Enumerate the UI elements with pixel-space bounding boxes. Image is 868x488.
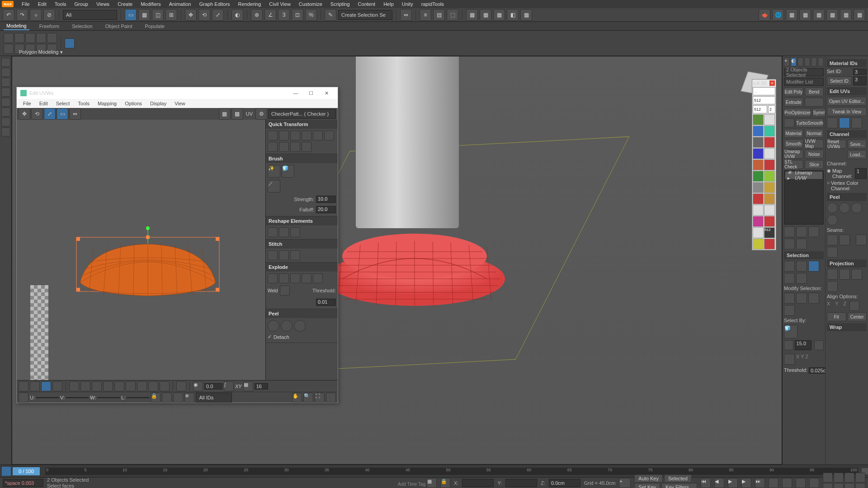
script-val1[interactable]: 512 [753, 96, 775, 104]
uv-mirror-button[interactable]: ⇔ [69, 108, 81, 120]
reshape-btn[interactable] [290, 227, 300, 237]
script-btn[interactable] [753, 193, 764, 204]
tab-modeling[interactable]: Modeling [4, 22, 29, 30]
snap-button[interactable]: ⊕ [251, 9, 263, 21]
addtime-label[interactable]: Add Time Tag [398, 482, 425, 487]
selby-btn[interactable] [784, 340, 793, 350]
resetuv-button[interactable]: Reset UVWs [827, 140, 846, 149]
axis-btn[interactable] [784, 354, 795, 365]
left-tool[interactable] [1, 117, 10, 127]
script-val2[interactable]: 512 [753, 105, 767, 113]
close-icon[interactable]: × [769, 80, 775, 86]
editpoly-button[interactable]: Edit Poly [784, 87, 803, 96]
script-btn[interactable] [764, 205, 775, 216]
spinner-snap-button[interactable]: ⊡ [292, 9, 303, 21]
align-btn[interactable] [849, 301, 859, 311]
menu-help[interactable]: Help [380, 0, 397, 8]
w-input[interactable] [97, 397, 120, 398]
angle-snap-button[interactable]: ∠ [264, 9, 276, 21]
ribbon-btn[interactable] [36, 33, 46, 43]
xyz-buttons[interactable]: X Y Z [827, 301, 848, 311]
minimize-button[interactable]: — [288, 88, 303, 98]
left-tool[interactable] [1, 108, 10, 117]
turbosmooth-button[interactable]: TurboSmooth [796, 118, 824, 127]
viewnav-btn[interactable] [834, 473, 844, 483]
uvwmap-button[interactable]: UVW Map [805, 139, 824, 148]
uv-scale-button[interactable]: ⤢ [44, 108, 56, 120]
script-btn[interactable] [764, 160, 775, 170]
qt-btn[interactable] [302, 142, 311, 152]
trash-icon[interactable] [784, 239, 795, 249]
stitch-btn[interactable] [290, 250, 300, 260]
uv-btn[interactable] [176, 381, 186, 391]
modify-tab[interactable]: ◐ [791, 57, 797, 66]
uv-btn[interactable] [80, 381, 90, 391]
selection-header[interactable]: Selection [784, 251, 824, 259]
explode-btn[interactable] [290, 273, 300, 283]
uv-btn[interactable]: ∫ [224, 381, 234, 391]
render-button[interactable]: ▦ [520, 9, 532, 21]
nav-btn[interactable] [809, 478, 819, 488]
script-btn[interactable]: 512 [764, 227, 775, 238]
add-icon[interactable]: + [619, 478, 631, 488]
menu-create[interactable]: Create [114, 0, 136, 8]
sel-edge[interactable] [796, 261, 807, 272]
peel-header[interactable]: Peel [827, 193, 867, 201]
unwrapuvw-button[interactable]: Unwrap UVW [784, 150, 803, 159]
explode-btn[interactable] [313, 273, 323, 283]
rotate-button[interactable]: ⟲ [198, 9, 210, 21]
window-crossing-button[interactable]: ⊞ [165, 9, 177, 21]
brush-btn[interactable]: ✨ [268, 165, 280, 178]
uv-face-mode[interactable] [41, 381, 51, 391]
script-btn[interactable] [753, 216, 764, 227]
named-sel-dropdown[interactable]: Create Selection Se [338, 10, 392, 20]
globe-icon[interactable]: 🌐 [772, 9, 784, 21]
teapot-icon[interactable]: 🫖 [759, 9, 770, 21]
explode-btn[interactable] [302, 273, 311, 283]
hierarchy-tab[interactable] [797, 57, 803, 66]
left-tool[interactable] [1, 68, 10, 77]
uv-btn[interactable] [326, 393, 336, 403]
peel-btn[interactable] [827, 215, 838, 225]
align-button[interactable]: ≡ [420, 9, 431, 21]
viewnav-btn[interactable] [823, 483, 833, 488]
uv-menu-mapping[interactable]: Mapping [94, 100, 120, 107]
script-btn[interactable] [764, 239, 775, 249]
strength-input[interactable]: 10.0 [316, 196, 336, 203]
extrude-button[interactable]: Extrude [784, 98, 803, 107]
uv-btn[interactable]: ▦ [243, 381, 253, 391]
uv-snap-icon[interactable]: ❄ [184, 393, 194, 403]
refcoord-button[interactable]: ◐ [231, 9, 243, 21]
uv-menu-view[interactable]: View [171, 100, 189, 107]
uv-options-icon[interactable]: ⚙ [255, 108, 267, 120]
normal-button[interactable]: Normal [805, 129, 824, 138]
uv-pan-icon[interactable]: ✋ [292, 393, 302, 403]
selectid-value[interactable]: 3 [853, 76, 867, 85]
edituvs-header[interactable]: Edit UVs [827, 87, 867, 95]
show-icon[interactable] [808, 226, 819, 237]
menu-modifiers[interactable]: Modifiers [137, 0, 165, 8]
script-listener[interactable]: *space 0.003 [3, 479, 43, 487]
menu-unity[interactable]: Unity [398, 0, 417, 8]
uv-btn[interactable] [173, 393, 183, 403]
y-input[interactable] [505, 479, 537, 487]
render-setup-button[interactable]: ▦ [493, 9, 505, 21]
uv-menu-select[interactable]: Select [52, 100, 74, 107]
stitch-btn[interactable] [279, 250, 289, 260]
tab-freeform[interactable]: Freeform [37, 23, 62, 30]
qt-btn[interactable] [302, 131, 311, 141]
script-btn[interactable] [764, 148, 775, 159]
sec-brush[interactable]: Brush [266, 154, 338, 163]
mapch-value[interactable]: 1 [855, 168, 867, 179]
sec-stitch[interactable]: Stitch [266, 239, 338, 249]
u-input[interactable] [36, 397, 59, 398]
uv-btn[interactable] [114, 381, 124, 391]
ribbon-toggle[interactable] [65, 38, 75, 48]
sel-opt[interactable] [796, 273, 807, 284]
proj-sphere[interactable] [851, 269, 862, 280]
uv-btn[interactable] [126, 381, 136, 391]
seam-btn[interactable] [856, 235, 867, 245]
viewnav-btn[interactable] [834, 483, 844, 488]
maximize-button[interactable]: ☐ [303, 88, 319, 98]
script-btn[interactable] [764, 216, 775, 227]
